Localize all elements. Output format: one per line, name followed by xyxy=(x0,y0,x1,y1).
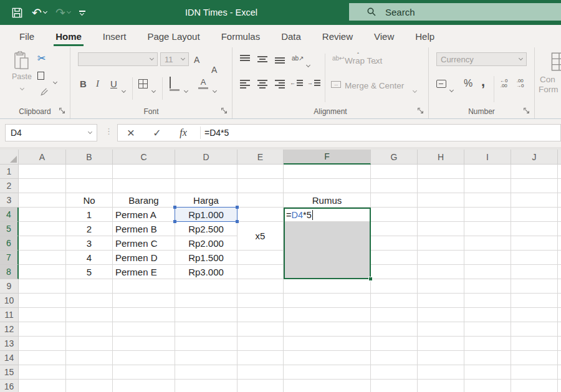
spreadsheet[interactable]: ABCDEFGHIJK12345678910111213141516NoBara… xyxy=(0,150,561,392)
underline-dropdown[interactable] xyxy=(122,84,125,95)
cell-F4-editing[interactable]: =D4*5 xyxy=(285,209,370,221)
merge-center-dropdown[interactable] xyxy=(413,84,416,95)
column-header-C[interactable]: C xyxy=(113,150,175,165)
column-header-E[interactable]: E xyxy=(237,150,284,165)
increase-decimal-button[interactable]: ←0.00 xyxy=(500,79,507,88)
search-box[interactable]: Search xyxy=(349,3,561,21)
row-header-3[interactable]: 3 xyxy=(0,193,19,208)
row-header-2[interactable]: 2 xyxy=(0,179,19,193)
conditional-formatting-button[interactable]: Con Form xyxy=(535,47,561,118)
fill-color-dropdown[interactable] xyxy=(185,84,188,95)
percent-style-button[interactable]: % xyxy=(464,78,472,89)
cell-C3[interactable]: Barang xyxy=(113,193,175,207)
cell-B4[interactable]: 1 xyxy=(66,208,112,221)
tab-view[interactable]: View xyxy=(363,25,405,47)
cell-B7[interactable]: 4 xyxy=(66,251,112,264)
align-bottom-button[interactable] xyxy=(275,57,285,64)
tab-home[interactable]: Home xyxy=(45,25,92,47)
row-header-13[interactable]: 13 xyxy=(0,337,19,351)
row-header-1[interactable]: 1 xyxy=(0,165,19,179)
chevron-down-icon[interactable] xyxy=(88,130,92,134)
font-color-dropdown[interactable] xyxy=(213,84,216,95)
comma-style-button[interactable]: , xyxy=(481,74,485,90)
column-header-F[interactable]: F xyxy=(284,150,371,165)
cell-C4[interactable]: Permen A xyxy=(113,208,175,221)
cell-B8[interactable]: 5 xyxy=(66,265,112,279)
column-header-G[interactable]: G xyxy=(371,150,418,165)
select-all-corner[interactable] xyxy=(0,150,19,165)
formula-bar-grip[interactable]: ⋮ xyxy=(105,127,113,136)
column-header-J[interactable]: J xyxy=(511,150,558,165)
row-header-16[interactable]: 16 xyxy=(0,380,19,392)
decrease-decimal-button[interactable]: .00→0 xyxy=(516,79,524,88)
row-header-14[interactable]: 14 xyxy=(0,351,19,365)
tab-file[interactable]: File xyxy=(9,25,45,47)
align-right-button[interactable] xyxy=(275,80,285,88)
column-header-D[interactable]: D xyxy=(175,150,237,165)
orientation-dropdown[interactable] xyxy=(307,58,310,69)
format-painter-button[interactable] xyxy=(39,87,49,98)
row-header-5[interactable]: 5 xyxy=(0,222,19,236)
align-left-button[interactable] xyxy=(240,80,250,88)
cell-C6[interactable]: Permen C xyxy=(113,236,175,250)
tab-review[interactable]: Review xyxy=(312,25,363,47)
column-header-B[interactable]: B xyxy=(66,150,113,165)
cut-button[interactable]: ✂ xyxy=(37,52,46,64)
row-header-9[interactable]: 9 xyxy=(0,279,19,294)
orientation-button[interactable]: ab↗ xyxy=(292,55,304,61)
cell-D7[interactable]: Rp1.500 xyxy=(175,251,237,264)
font-dialog-launcher[interactable] xyxy=(221,107,228,115)
cell-E5[interactable]: x5 xyxy=(237,222,283,250)
fill-handle[interactable] xyxy=(368,277,373,281)
accounting-format-button[interactable] xyxy=(436,80,446,88)
insert-function-button[interactable]: fx xyxy=(170,127,196,138)
column-header-A[interactable]: A xyxy=(19,150,66,165)
cell-D8[interactable]: Rp3.000 xyxy=(175,265,237,279)
underline-button[interactable]: U xyxy=(110,79,117,89)
number-format-select[interactable]: Currency xyxy=(436,52,527,66)
cell-D5[interactable]: Rp2.500 xyxy=(175,222,237,236)
cell-C7[interactable]: Permen D xyxy=(113,251,175,264)
row-header-4[interactable]: 4 xyxy=(0,208,19,222)
fill-color-button[interactable] xyxy=(170,77,180,91)
italic-button[interactable]: I xyxy=(96,79,99,89)
clipboard-dialog-launcher[interactable] xyxy=(59,107,66,115)
tab-insert[interactable]: Insert xyxy=(92,25,137,47)
row-header-6[interactable]: 6 xyxy=(0,236,19,251)
paste-button[interactable]: Paste xyxy=(7,51,36,92)
undo-button[interactable]: ↶ xyxy=(32,7,47,19)
cancel-button[interactable] xyxy=(118,126,144,140)
row-header-12[interactable]: 12 xyxy=(0,322,19,337)
bold-button[interactable]: B xyxy=(80,79,87,89)
borders-dropdown[interactable] xyxy=(152,84,155,95)
cell-D6[interactable]: Rp2.000 xyxy=(175,236,237,250)
merge-center-button[interactable]: Merge & Center xyxy=(345,81,404,90)
chevron-down-icon[interactable] xyxy=(19,86,24,90)
copy-button[interactable] xyxy=(37,71,44,82)
chevron-down-icon[interactable] xyxy=(43,9,47,14)
cell-B3[interactable]: No xyxy=(66,193,112,207)
align-middle-button[interactable] xyxy=(257,56,267,62)
formula-input-bar[interactable]: fx =D4*5 xyxy=(117,124,561,141)
cell-C5[interactable]: Permen B xyxy=(113,222,175,236)
accounting-dropdown[interactable] xyxy=(450,83,453,94)
font-size-select[interactable]: 11 xyxy=(160,52,189,66)
decrease-indent-button[interactable]: ← xyxy=(290,80,303,86)
copy-dropdown[interactable] xyxy=(54,75,57,86)
alignment-dialog-launcher[interactable] xyxy=(417,107,424,115)
cell-C8[interactable]: Permen E xyxy=(113,265,175,279)
cell-B6[interactable]: 3 xyxy=(66,236,112,250)
row-header-10[interactable]: 10 xyxy=(0,294,19,308)
column-header-K[interactable]: K xyxy=(558,150,561,165)
row-header-15[interactable]: 15 xyxy=(0,365,19,380)
cell-D3[interactable]: Harga xyxy=(175,193,237,207)
wrap-text-button[interactable]: Wrap Text xyxy=(345,56,382,65)
font-color-button[interactable]: A xyxy=(198,77,208,89)
tab-help[interactable]: Help xyxy=(405,25,445,47)
customize-qat-button[interactable] xyxy=(79,11,85,15)
formula-bar-value[interactable]: =D4*5 xyxy=(204,128,229,138)
align-center-button[interactable] xyxy=(257,80,267,88)
tab-formulas[interactable]: Formulas xyxy=(211,25,271,47)
save-button[interactable] xyxy=(11,7,23,19)
number-dialog-launcher[interactable] xyxy=(523,107,530,115)
